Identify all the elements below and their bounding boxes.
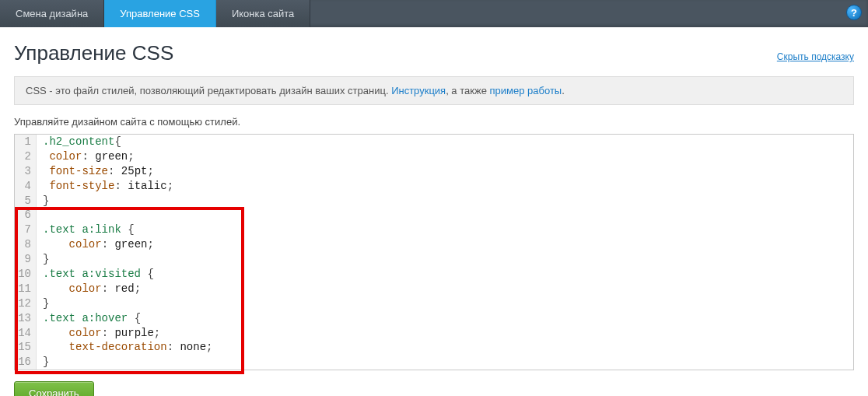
- line-number: 16: [15, 355, 37, 370]
- save-button[interactable]: Сохранить: [14, 381, 94, 396]
- code-content: }: [37, 194, 49, 209]
- tab-label: Управление CSS: [120, 8, 200, 19]
- code-editor-container: 1.h2_content{2 color: green;3 font-size:…: [14, 134, 854, 370]
- help-icon[interactable]: ?: [846, 5, 862, 20]
- code-content: color: green;: [37, 149, 135, 164]
- code-line: 1.h2_content{: [15, 135, 853, 149]
- line-number: 8: [15, 237, 37, 252]
- code-line: 12}: [15, 296, 853, 311]
- code-line: 2 color: green;: [15, 149, 853, 164]
- example-link[interactable]: пример работы: [489, 85, 562, 96]
- line-number: 11: [15, 282, 37, 296]
- line-number: 5: [15, 194, 37, 209]
- tab-site-icon[interactable]: Иконка сайта: [216, 0, 310, 27]
- code-line: 6: [15, 208, 853, 223]
- code-content: }: [37, 252, 49, 267]
- hide-hint-link[interactable]: Скрыть подсказку: [777, 51, 854, 62]
- content-area: Управление CSS Скрыть подсказку CSS - эт…: [0, 27, 868, 396]
- line-number: 12: [15, 296, 37, 311]
- info-text-suffix: .: [562, 85, 565, 96]
- code-content: }: [37, 355, 49, 370]
- info-text-prefix: CSS - это файл стилей, позволяющий редак…: [26, 85, 391, 96]
- code-content: color: red;: [37, 282, 141, 296]
- code-line: 16}: [15, 355, 853, 370]
- line-number: 7: [15, 223, 37, 237]
- line-number: 2: [15, 149, 37, 164]
- code-line: 10.text a:visited {: [15, 267, 853, 282]
- code-line: 3 font-size: 25pt;: [15, 164, 853, 179]
- line-number: 3: [15, 164, 37, 179]
- code-line: 8 color: green;: [15, 237, 853, 252]
- code-line: 14 color: purple;: [15, 326, 853, 341]
- line-number: 10: [15, 267, 37, 282]
- tab-design-change[interactable]: Смена дизайна: [0, 0, 104, 27]
- code-line: 4 font-style: italic;: [15, 179, 853, 194]
- code-content: color: purple;: [37, 326, 160, 341]
- line-number: 14: [15, 326, 37, 341]
- tab-css-manage[interactable]: Управление CSS: [104, 0, 216, 27]
- line-number: 1: [15, 135, 37, 149]
- code-content: .text a:hover {: [37, 311, 141, 326]
- line-number: 13: [15, 311, 37, 326]
- code-content: text-decoration: none;: [37, 340, 212, 355]
- code-line: 11 color: red;: [15, 282, 853, 296]
- info-text-mid: , а также: [446, 85, 489, 96]
- tab-label: Смена дизайна: [16, 8, 88, 19]
- line-number: 6: [15, 208, 37, 223]
- code-content: font-size: 25pt;: [37, 164, 154, 179]
- tab-label: Иконка сайта: [232, 8, 294, 19]
- code-line: 15 text-decoration: none;: [15, 340, 853, 355]
- page-title: Управление CSS: [14, 41, 173, 65]
- code-line: 13.text a:hover {: [15, 311, 853, 326]
- code-content: .h2_content{: [37, 135, 121, 149]
- code-line: 7.text a:link {: [15, 223, 853, 237]
- code-line: 9}: [15, 252, 853, 267]
- line-number: 9: [15, 252, 37, 267]
- code-content: [37, 208, 49, 223]
- code-content: font-style: italic;: [37, 179, 173, 194]
- sub-instruction: Управляйте дизайном сайта с помощью стил…: [14, 116, 854, 128]
- code-content: }: [37, 296, 49, 311]
- info-box: CSS - это файл стилей, позволяющий редак…: [14, 76, 854, 105]
- line-number: 15: [15, 340, 37, 355]
- tab-bar: Смена дизайна Управление CSS Иконка сайт…: [0, 0, 868, 27]
- title-bar: Управление CSS Скрыть подсказку: [14, 41, 854, 65]
- code-editor[interactable]: 1.h2_content{2 color: green;3 font-size:…: [15, 135, 853, 370]
- code-content: color: green;: [37, 237, 154, 252]
- instruction-link[interactable]: Инструкция: [391, 85, 446, 96]
- code-content: .text a:link {: [37, 223, 135, 237]
- code-line: 5}: [15, 194, 853, 209]
- app-window: Смена дизайна Управление CSS Иконка сайт…: [0, 0, 868, 396]
- code-content: .text a:visited {: [37, 267, 154, 282]
- line-number: 4: [15, 179, 37, 194]
